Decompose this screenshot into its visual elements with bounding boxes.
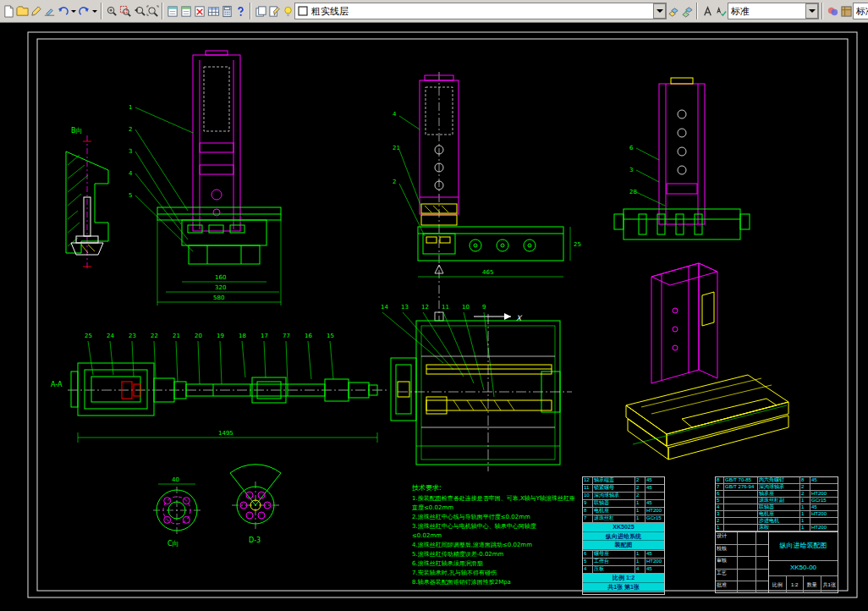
zoom-previous-button[interactable] xyxy=(132,2,146,20)
sheet-green-icon xyxy=(180,5,193,18)
render-icon xyxy=(827,5,839,18)
redo-dropdown-arrow[interactable] xyxy=(91,2,98,20)
zoom-window-button[interactable] xyxy=(118,2,132,20)
table-grid-icon xyxy=(207,5,220,18)
layer-translate-button[interactable] xyxy=(680,2,694,20)
plot-error-icon xyxy=(194,5,206,18)
open-file-button[interactable] xyxy=(15,2,29,20)
section-label: A-A xyxy=(51,381,63,388)
undo-dropdown-arrow[interactable] xyxy=(69,2,77,20)
date-cell xyxy=(756,570,768,581)
make-object-layer-button[interactable] xyxy=(667,2,680,20)
sheet-stack-button[interactable] xyxy=(254,2,267,20)
part-no: 5 xyxy=(716,498,724,504)
part-code: GB/T 70-85 xyxy=(724,477,758,483)
part-name: 深沟球轴承 xyxy=(758,484,800,490)
svg-text:21: 21 xyxy=(393,145,400,151)
undo-icon xyxy=(57,5,69,18)
table-row: 7 GB/T 276-94 深沟球轴承 2 xyxy=(716,484,838,491)
svg-text:25: 25 xyxy=(85,333,92,339)
table-row: 3 电机座 1 HT200 xyxy=(716,511,838,518)
date-cell xyxy=(756,532,768,544)
svg-text:23: 23 xyxy=(129,333,136,339)
spell-check-button[interactable] xyxy=(714,2,728,20)
qty-label: 数量 xyxy=(804,576,821,593)
view-plan: 14131211109 xyxy=(381,304,572,471)
svg-text:3: 3 xyxy=(629,167,633,173)
table-button[interactable] xyxy=(206,2,220,20)
brush-button[interactable] xyxy=(42,2,56,20)
part-code xyxy=(724,498,758,504)
bom-rows: 8 GB/T 70-85 内六角螺钉 8 45 7 GB/T 276-94 深沟… xyxy=(716,477,838,531)
detail-label: D-3 xyxy=(249,537,261,544)
parts-rows: 12 轴承端盖 2 45 11 锁紧螺母 2 45 10 深沟球轴承 2 9 联… xyxy=(583,477,664,523)
highlight-line: 装配图 xyxy=(583,541,664,550)
bulb-button[interactable] xyxy=(281,2,294,20)
materials-button[interactable] xyxy=(839,2,853,20)
sheet-edit-button[interactable] xyxy=(267,2,281,20)
svg-text:直度≤0.02mm: 直度≤0.02mm xyxy=(412,504,453,511)
pencil-icon xyxy=(30,5,42,18)
style-dropdown-arrow[interactable] xyxy=(805,3,818,19)
svg-text:13: 13 xyxy=(401,304,409,311)
svg-text:4.滚珠丝杠间隙调整后,滚道面跳动≤0.02mm: 4.滚珠丝杠间隙调整后,滚道面跳动≤0.02mm xyxy=(412,542,532,548)
svg-text:5: 5 xyxy=(129,192,132,199)
part-no: 4 xyxy=(583,566,593,573)
zoom-extents-button[interactable] xyxy=(146,2,159,20)
toolbar-separator xyxy=(162,3,163,19)
svg-text:3: 3 xyxy=(129,148,132,155)
help-button[interactable] xyxy=(233,2,247,20)
new-file-button[interactable] xyxy=(2,2,15,20)
table-row: 9 联轴器 1 45 xyxy=(583,500,664,508)
part-material: 45 xyxy=(810,504,838,510)
svg-text:6: 6 xyxy=(629,145,634,151)
notes-title: 技术要求: xyxy=(411,484,442,492)
title-block-bottom: 设计 校核 审核 工艺 批准 纵向进给装配图 XK50-00 比例 1:2 数量… xyxy=(716,531,838,593)
part-name: 电机座 xyxy=(758,511,800,517)
calculator-button[interactable] xyxy=(220,2,233,20)
toolbar-separator xyxy=(696,3,698,19)
undo-button[interactable] xyxy=(56,2,69,20)
part-qty: 1 xyxy=(800,498,810,504)
svg-text:4: 4 xyxy=(129,170,133,177)
sheet-set-button[interactable] xyxy=(166,2,179,20)
text-style-button[interactable] xyxy=(700,2,714,20)
style-dropdown[interactable]: 标准 xyxy=(728,3,819,19)
highlight-line: 纵向进给系统 xyxy=(583,532,664,542)
side-callouts: 6328 xyxy=(629,145,637,195)
table-row: 4 压板 4 45 xyxy=(583,566,664,574)
sign-cell xyxy=(738,545,756,557)
drawing-canvas[interactable]: B向 xyxy=(0,23,868,611)
highlight-title-block: XK5025纵向进给系统装配图 xyxy=(583,523,664,551)
svg-text:21: 21 xyxy=(173,333,180,339)
field-process: 工艺 xyxy=(716,570,738,581)
layer-dropdown[interactable]: 粗实线层 xyxy=(294,3,667,19)
svg-text:19: 19 xyxy=(217,333,224,339)
svg-text:4: 4 xyxy=(393,111,397,118)
render-button[interactable] xyxy=(826,2,839,20)
plot-button[interactable] xyxy=(193,2,206,20)
dim-label: 160 xyxy=(215,274,226,281)
redo-button[interactable] xyxy=(77,2,91,20)
sheet-cyan-icon xyxy=(167,5,179,18)
layer-dropdown-value: 粗实线层 xyxy=(311,5,650,18)
markup-button[interactable] xyxy=(179,2,193,20)
clipped-style-dropdown[interactable]: 标准 xyxy=(853,3,868,19)
svg-text:7.安装轴承时,孔与轴不得有碰伤: 7.安装轴承时,孔与轴不得有碰伤 xyxy=(412,570,497,576)
pencil-button[interactable] xyxy=(29,2,42,20)
part-code xyxy=(724,491,758,497)
part-no: 2 xyxy=(716,518,724,524)
text-style-icon xyxy=(701,5,714,18)
highlight-line: 比例 1:2 xyxy=(583,574,664,583)
part-qty: 2 xyxy=(635,477,646,484)
table-row: 7 滚珠丝杠 1 GCr15 xyxy=(583,515,664,523)
table-row: 2 步进电机 1 xyxy=(716,518,838,525)
layer-dropdown-arrow[interactable] xyxy=(653,3,666,19)
zoom-realtime-button[interactable] xyxy=(105,2,118,20)
brush-icon xyxy=(43,5,56,18)
svg-text:5.滚珠丝杠传动精度误差-0.02mm: 5.滚珠丝杠传动精度误差-0.02mm xyxy=(412,551,504,558)
part-qty: 2 xyxy=(635,485,646,492)
chevron-down-icon xyxy=(92,10,97,13)
table-row: 1 床鞍 1 HT200 xyxy=(716,525,838,531)
calculator-icon xyxy=(221,5,233,18)
